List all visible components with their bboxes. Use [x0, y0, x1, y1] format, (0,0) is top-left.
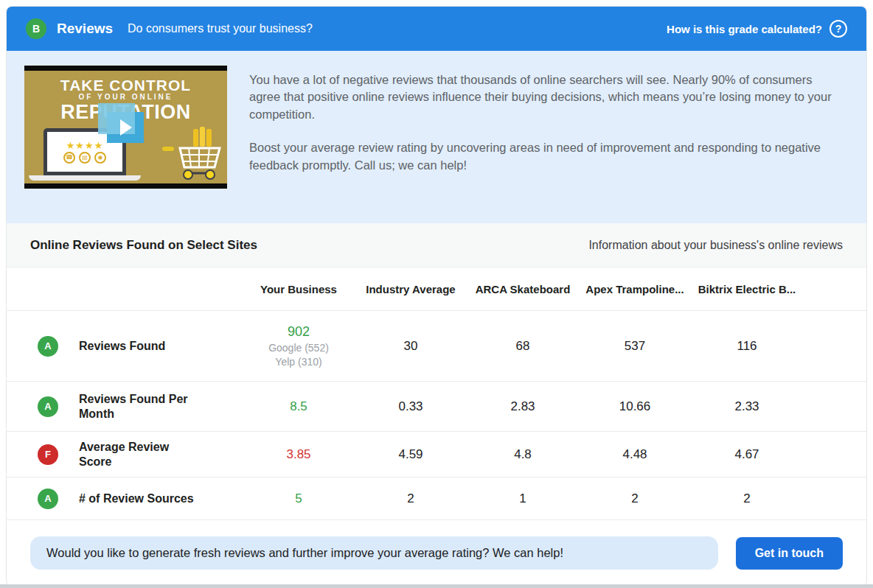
column-header-competitor-3: Biktrix Electric B... — [691, 283, 803, 295]
play-icon — [120, 119, 132, 136]
source-detail-google: Google (552) — [243, 342, 355, 354]
intro-section: TAKE CONTROL OF YOUR ONLINE REPUTATION ★… — [7, 51, 866, 223]
cell-value: 2.83 — [467, 399, 579, 414]
reviews-comparison-table: Your Business Industry Average ARCA Skat… — [7, 267, 866, 519]
grade-badge-overall: B — [26, 18, 46, 39]
grade-calculation-link[interactable]: How is this grade calculated? — [667, 23, 822, 35]
column-header-industry-average: Industry Average — [355, 283, 467, 295]
cell-value: 2.33 — [691, 399, 803, 414]
cell-value: 116 — [691, 339, 803, 354]
column-header-competitor-1: ARCA Skateboard — [467, 283, 579, 295]
table-row-reviews-per-month: A Reviews Found Per Month 8.5 0.33 2.83 … — [7, 381, 866, 431]
table-section-subtitle: Information about your business's online… — [588, 239, 843, 252]
play-button[interactable] — [107, 112, 144, 143]
table-header-row: Your Business Industry Average ARCA Skat… — [7, 267, 866, 310]
section-header-bar: B Reviews Do consumers trust your busine… — [7, 7, 866, 51]
your-business-value: 902 — [243, 324, 355, 340]
get-in-touch-button[interactable]: Get in touch — [736, 537, 843, 570]
grade-badge: F — [38, 444, 58, 465]
phone-icon: ☎ — [63, 152, 75, 164]
video-title-line2: OF YOUR ONLINE — [24, 94, 227, 102]
intro-copy: You have a lot of negative reviews that … — [249, 66, 844, 209]
intro-paragraph-1: You have a lot of negative reviews that … — [249, 71, 844, 123]
cell-value: 2 — [355, 491, 467, 506]
cell-value: 2 — [579, 491, 691, 506]
cell-value: 1 — [467, 491, 579, 506]
column-header-competitor-2: Apex Trampoline... — [579, 283, 691, 295]
cart-icon — [161, 125, 223, 181]
reviews-report-card: B Reviews Do consumers trust your busine… — [6, 6, 867, 587]
cta-section: Would you like to generate fresh reviews… — [7, 519, 866, 586]
table-row-average-review-score: F Average Review Score 3.85 4.59 4.8 4.4… — [7, 431, 866, 477]
table-section-title: Online Reviews Found on Select Sites — [30, 238, 257, 253]
cell-value: 4.48 — [579, 447, 691, 462]
your-business-value: 3.85 — [243, 447, 355, 462]
page-title: Reviews — [57, 21, 113, 37]
pin-icon: ◉ — [94, 152, 106, 164]
help-icon[interactable]: ? — [829, 20, 847, 38]
cell-value: 10.66 — [579, 399, 691, 414]
your-business-value: 8.5 — [243, 399, 355, 414]
cell-value: 4.67 — [691, 447, 803, 462]
source-detail-yelp: Yelp (310) — [243, 356, 355, 368]
star-rating-icon: ★★★★ — [66, 141, 104, 150]
page-subtitle: Do consumers trust your business? — [128, 22, 313, 35]
row-label: Reviews Found Per Month — [79, 392, 204, 421]
cell-value: 68 — [467, 339, 579, 354]
table-row-reviews-found: A Reviews Found 902 Google (552) Yelp (3… — [7, 310, 866, 381]
row-label: # of Review Sources — [79, 491, 194, 506]
your-business-value: 5 — [243, 491, 355, 506]
video-thumbnail-art: TAKE CONTROL OF YOUR ONLINE REPUTATION ★… — [24, 71, 227, 183]
video-title-line1: TAKE CONTROL — [24, 77, 227, 94]
table-section-header: Online Reviews Found on Select Sites Inf… — [7, 223, 866, 267]
laptop-base — [29, 175, 141, 181]
table-row-review-sources: A # of Review Sources 5 2 1 2 2 — [7, 477, 866, 519]
cell-value: 0.33 — [355, 399, 467, 414]
video-thumbnail[interactable]: TAKE CONTROL OF YOUR ONLINE REPUTATION ★… — [24, 66, 227, 189]
cell-value: 30 — [355, 339, 467, 354]
column-header-your-business: Your Business — [243, 283, 355, 295]
cell-value: 537 — [579, 339, 691, 354]
grade-badge: A — [38, 396, 58, 417]
grade-badge: A — [38, 336, 58, 357]
card-icon: ▤ — [79, 152, 91, 164]
cta-message: Would you like to generate fresh reviews… — [30, 536, 718, 570]
row-label: Average Review Score — [79, 440, 204, 469]
row-label: Reviews Found — [79, 339, 165, 354]
cell-value: 2 — [691, 491, 803, 506]
page-bottom-divider — [0, 584, 873, 588]
cell-value: 4.59 — [355, 447, 467, 462]
cell-value: 4.8 — [467, 447, 579, 462]
intro-paragraph-2: Boost your average review rating by unco… — [249, 139, 844, 174]
grade-badge: A — [38, 489, 58, 509]
